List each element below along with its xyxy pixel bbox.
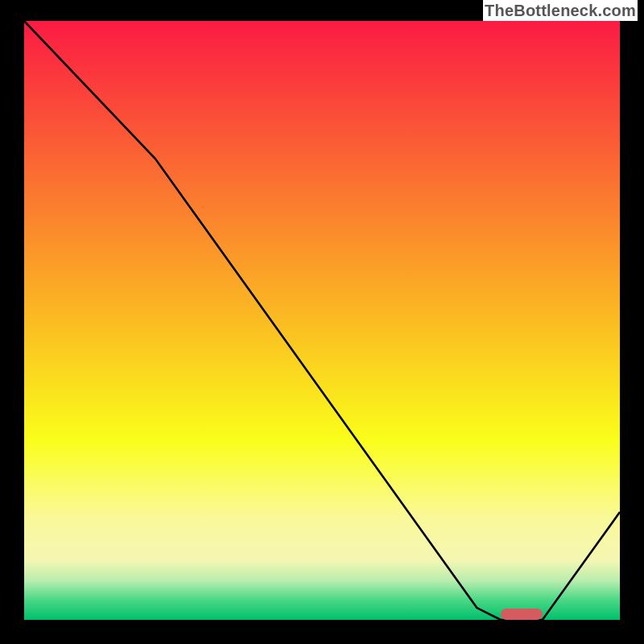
plot-area [24,21,620,620]
watermark-text: TheBottleneck.com [483,0,638,21]
curve-path [24,21,620,620]
chart-container: TheBottleneck.com [0,0,644,644]
optimal-range-marker [501,609,543,620]
bottleneck-curve [24,21,620,620]
